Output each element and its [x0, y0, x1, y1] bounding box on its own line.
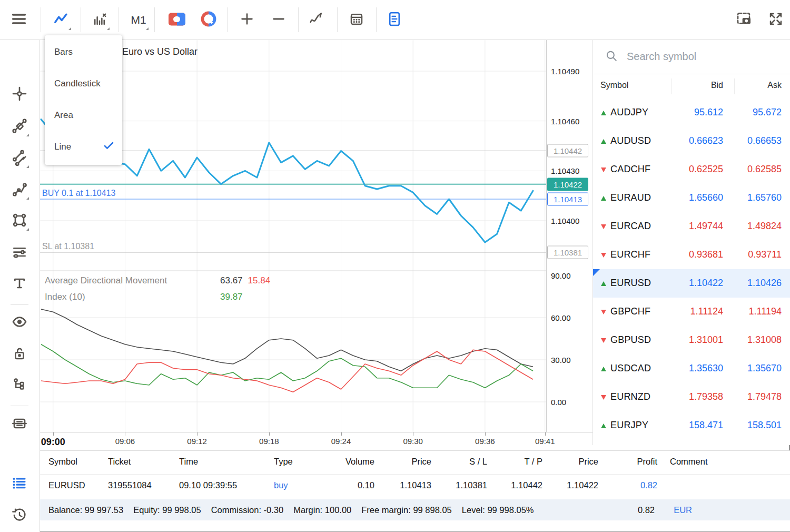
ask-value[interactable]: 0.66653	[747, 135, 782, 146]
lock-button[interactable]	[8, 343, 31, 366]
bid-value[interactable]: 0.66623	[689, 135, 723, 146]
quote-row-cadchf[interactable]: CADCHF0.625250.62585	[593, 155, 790, 184]
visibility-button[interactable]	[8, 311, 31, 334]
zoom-out-button[interactable]	[266, 8, 291, 32]
triangle-up-icon	[601, 111, 606, 115]
one-click-trading-button[interactable]	[165, 8, 189, 32]
symbol-name: AUDJPY	[610, 107, 648, 118]
trendline-tool-button[interactable]	[8, 147, 31, 170]
symbol-name: EURCHF	[610, 249, 650, 260]
levels-tool-button[interactable]	[8, 241, 31, 264]
bid-value[interactable]: 0.93681	[689, 249, 723, 260]
symbol-name: EURUSD	[610, 278, 651, 289]
fullscreen-button[interactable]	[764, 8, 788, 32]
bid-value[interactable]: 1.10422	[689, 278, 723, 289]
trade-panel-button[interactable]	[8, 413, 31, 436]
shapes-tool-button[interactable]	[8, 210, 31, 233]
ask-value[interactable]: 0.93711	[748, 249, 782, 260]
indicators-button[interactable]	[87, 8, 112, 32]
top-toolbar: M1	[0, 0, 790, 40]
bid-value[interactable]: 1.65660	[689, 192, 723, 203]
quote-row-audjpy[interactable]: AUDJPY95.61295.672	[593, 98, 790, 127]
screenshot-button[interactable]	[732, 8, 756, 32]
donut-gauge-icon	[201, 11, 216, 29]
object-tree-button[interactable]	[8, 374, 31, 397]
trade-list-icon	[12, 475, 27, 493]
quote-row-usdcad[interactable]: USDCAD1.356301.35670	[593, 354, 790, 383]
triangle-up-icon	[601, 281, 606, 286]
ask-value[interactable]: 1.31008	[747, 334, 782, 346]
chart-type-option-candlestick[interactable]: Candlestick	[45, 68, 122, 100]
time-axis[interactable]: 09:0009:0609:1209:1809:2409:3009:3609:41	[39, 432, 592, 451]
timeframe-button[interactable]: M1	[126, 8, 151, 32]
indicator-name-line2: Index (10)	[45, 289, 167, 305]
chart-type-button[interactable]	[49, 8, 73, 32]
time-tick-label: 09:24	[331, 437, 351, 446]
history-button[interactable]	[8, 505, 31, 528]
bid-value[interactable]: 158.471	[689, 420, 723, 431]
quote-row-euraud[interactable]: EURAUD1.656601.65760	[593, 184, 790, 212]
table-cell: Price	[578, 457, 598, 467]
ask-value[interactable]: 158.501	[747, 420, 782, 431]
ask-value[interactable]: 1.10426	[747, 278, 782, 289]
table-cell: S / L	[469, 457, 487, 467]
bid-value[interactable]: 1.35630	[689, 363, 723, 374]
position-row[interactable]: EURUSD31955108409.10 09:39:55buy0.101.10…	[39, 475, 790, 499]
calendar-button[interactable]	[344, 8, 369, 32]
bid-value[interactable]: 1.31001	[689, 334, 723, 346]
bid-value[interactable]: 0.62525	[689, 164, 723, 175]
crosshair-tool-button[interactable]	[8, 83, 31, 106]
ask-value[interactable]: 95.672	[753, 107, 782, 118]
indicator-values: 63.6715.84 39.87	[220, 272, 270, 305]
bid-value[interactable]: 1.49744	[689, 221, 723, 232]
chart-type-option-area[interactable]: Area	[45, 100, 122, 131]
price-axis[interactable]: 1.104901.104601.104301.104001.104421.104…	[546, 40, 593, 432]
search-icon	[605, 49, 618, 65]
ask-value[interactable]: 1.35670	[747, 363, 782, 374]
quote-row-eurjpy[interactable]: EURJPY158.471158.501	[593, 411, 790, 440]
quote-row-gbpusd[interactable]: GBPUSD1.310011.31008	[593, 326, 790, 354]
ask-value[interactable]: 0.62585	[747, 164, 782, 175]
triangle-down-icon	[601, 338, 606, 343]
triangle-down-icon	[601, 395, 606, 400]
chart-type-option-line[interactable]: Line	[45, 131, 122, 163]
take-profit-price-box: 1.10442	[547, 144, 588, 157]
fullscreen-icon	[768, 11, 784, 29]
market-watch-toggle-button[interactable]	[382, 8, 407, 32]
search-input[interactable]	[626, 50, 754, 63]
ask-value[interactable]: 1.79478	[747, 391, 782, 402]
account-summary-item: Equity: 99 998.05	[133, 505, 201, 515]
price-tick-label: 1.10490	[551, 67, 579, 76]
menu-button[interactable]	[7, 8, 31, 32]
bid-value[interactable]: 1.79358	[689, 391, 723, 402]
crosshair-draw-button[interactable]	[304, 8, 329, 32]
table-cell: Time	[179, 457, 198, 467]
polyline-tool-button[interactable]	[8, 179, 31, 202]
ask-value[interactable]: 1.11194	[749, 306, 782, 317]
ask-value[interactable]: 1.65760	[747, 192, 782, 203]
quote-row-eurcad[interactable]: EURCAD1.497441.49824	[593, 212, 790, 241]
table-cell: 09.10 09:39:55	[179, 480, 237, 490]
zoom-in-button[interactable]	[235, 8, 259, 32]
price-tick-label: 1.10460	[551, 116, 579, 125]
table-cell: Symbol	[48, 457, 77, 467]
quote-row-eurusd[interactable]: EURUSD1.104221.10426	[593, 269, 790, 298]
bid-value[interactable]: 95.612	[694, 107, 723, 118]
quote-row-eurchf[interactable]: EURCHF0.936810.93711	[593, 241, 790, 269]
gauge-button[interactable]	[196, 8, 221, 32]
quote-row-audusd[interactable]: AUDUSD0.666230.66653	[593, 127, 790, 155]
quote-row-gbpchf[interactable]: GBPCHF1.111241.11194	[593, 298, 790, 326]
triangle-down-icon	[601, 310, 606, 314]
quote-row-eurnzd[interactable]: EURNZD1.793581.79478	[593, 383, 790, 411]
symbol-name: AUDUSD	[610, 135, 651, 146]
symbol-name: CADCHF	[610, 164, 650, 175]
chart-type-option-bars[interactable]: Bars	[45, 36, 122, 68]
bid-value[interactable]: 1.11124	[690, 306, 723, 317]
trade-list-button[interactable]	[8, 472, 31, 496]
measure-tool-button[interactable]	[8, 115, 31, 139]
plus-di-value: 39.87	[220, 292, 243, 302]
account-currency[interactable]: EUR	[674, 505, 692, 515]
text-tool-button[interactable]	[8, 273, 31, 296]
ask-value[interactable]: 1.49824	[747, 221, 782, 232]
indicator-tick-label: 0.00	[551, 398, 566, 407]
